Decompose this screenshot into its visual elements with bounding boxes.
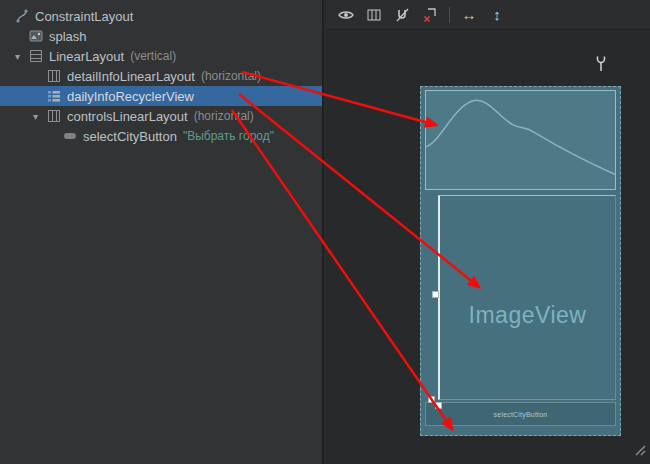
autoconnect-off-icon[interactable] — [390, 4, 414, 26]
constraint-layout-icon — [14, 8, 30, 24]
resize-handle-left[interactable] — [432, 291, 439, 298]
design-surface[interactable]: ImageView selectCityButton — [326, 30, 650, 464]
wrench-icon[interactable] — [594, 55, 608, 76]
recycler-view-region[interactable]: ImageView — [438, 195, 616, 400]
tree-item-constraintlayout[interactable]: ConstraintLayout — [0, 6, 322, 26]
wave-curve — [426, 91, 615, 189]
imageview-label: ImageView — [440, 302, 615, 329]
linear-layout-vertical-icon — [28, 48, 44, 64]
arrow-vertical-icon[interactable]: ↕ — [485, 4, 509, 26]
toolbar-separator — [449, 7, 450, 23]
device-preview[interactable]: ImageView selectCityButton — [420, 86, 621, 436]
tree-item-splash[interactable]: splash — [0, 26, 322, 46]
tree-item-detail: (horizontal) — [194, 109, 254, 123]
tree-item-label: ConstraintLayout — [35, 9, 133, 24]
tree-item-label: controlsLinearLayout — [67, 109, 188, 124]
tree-item-detail: (vertical) — [130, 49, 176, 63]
linear-layout-horizontal-icon — [46, 108, 62, 124]
tree-item-dailyinforecyclerview[interactable]: dailyInfoRecyclerView — [0, 86, 322, 106]
image-icon — [28, 28, 44, 44]
resize-handle-corner[interactable] — [435, 402, 442, 409]
component-tree: ConstraintLayout splash ▾ LinearLayout (… — [0, 0, 324, 464]
resize-grip-icon[interactable] — [631, 441, 647, 461]
select-city-button-preview[interactable]: selectCityButton — [425, 402, 616, 426]
tree-item-detailinfolinearlayout[interactable]: detailInfoLinearLayout (horizontal) — [0, 66, 322, 86]
chevron-down-icon[interactable]: ▾ — [15, 51, 28, 62]
linear-layout-horizontal-icon — [46, 68, 62, 84]
tree-item-selectcitybutton[interactable]: selectCityButton "Выбрать город" — [0, 126, 322, 146]
tree-item-label: LinearLayout — [49, 49, 124, 64]
button-icon — [62, 128, 78, 144]
arrow-horizontal-icon[interactable]: ↔ — [457, 4, 481, 26]
tree-item-label: splash — [49, 29, 87, 44]
clear-constraints-icon[interactable] — [418, 4, 442, 26]
tree-item-label: selectCityButton — [83, 129, 177, 144]
tree-item-value: "Выбрать город" — [183, 129, 274, 143]
tree-item-detail: (horizontal) — [201, 69, 261, 83]
chevron-down-icon[interactable]: ▾ — [33, 111, 46, 122]
resize-handle-corner[interactable] — [428, 396, 435, 403]
view-options-icon[interactable] — [334, 4, 358, 26]
design-toolbar: ↔ ↕ — [326, 0, 650, 30]
design-panel: ↔ ↕ ImageView selectCityButton — [326, 0, 650, 464]
grid-icon[interactable] — [362, 4, 386, 26]
tree-item-controlslinearlayout[interactable]: ▾ controlsLinearLayout (horizontal) — [0, 106, 322, 126]
detail-info-chart-area[interactable] — [425, 90, 616, 190]
recycler-view-icon — [46, 88, 62, 104]
layout-editor: ConstraintLayout splash ▾ LinearLayout (… — [0, 0, 650, 464]
tree-item-label: dailyInfoRecyclerView — [67, 89, 194, 104]
tree-item-linearlayout[interactable]: ▾ LinearLayout (vertical) — [0, 46, 322, 66]
tree-item-label: detailInfoLinearLayout — [67, 69, 195, 84]
